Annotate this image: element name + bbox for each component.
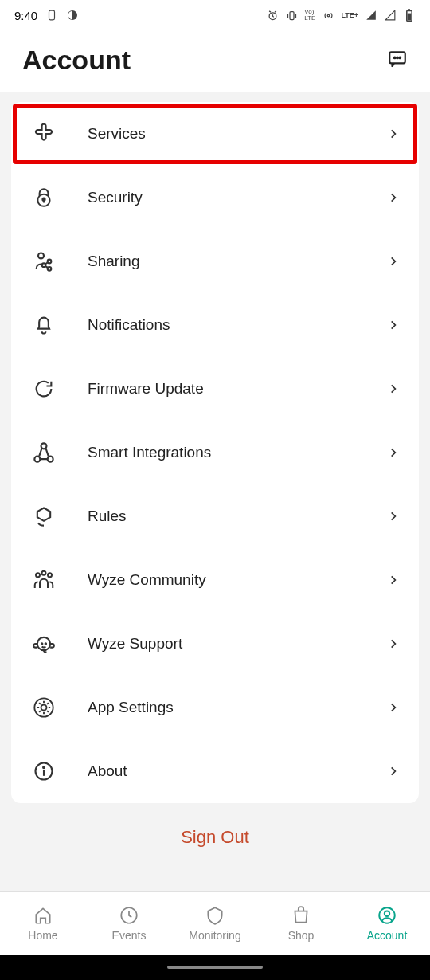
row-support[interactable]: Wyze Support xyxy=(11,612,419,676)
chevron-right-icon xyxy=(385,253,401,269)
settings-card: Services Security Sharing Notifications xyxy=(11,102,419,803)
svg-point-4 xyxy=(327,14,330,17)
tab-label: Home xyxy=(28,929,57,942)
app-icon-1 xyxy=(45,9,58,22)
svg-point-18 xyxy=(34,457,40,462)
gear-icon xyxy=(29,692,59,723)
tab-account[interactable]: Account xyxy=(344,892,430,955)
svg-point-9 xyxy=(397,57,398,58)
lock-icon xyxy=(29,182,59,213)
status-bar: 9:40 Vo)LTE LTE+ xyxy=(0,0,430,30)
chevron-right-icon xyxy=(385,190,401,206)
svg-point-8 xyxy=(394,57,396,58)
lte-label: LTE+ xyxy=(341,11,358,19)
row-security[interactable]: Security xyxy=(11,166,419,229)
chevron-right-icon xyxy=(385,636,401,652)
row-notifications[interactable]: Notifications xyxy=(11,293,419,357)
svg-point-20 xyxy=(42,571,46,575)
integrations-icon xyxy=(29,437,59,468)
status-right: Vo)LTE LTE+ xyxy=(266,9,416,22)
bell-icon xyxy=(29,310,59,340)
status-left: 9:40 xyxy=(14,9,79,22)
row-integrations[interactable]: Smart Integrations xyxy=(11,421,419,484)
battery-icon xyxy=(403,9,416,22)
community-icon xyxy=(29,565,59,595)
vibrate-icon xyxy=(285,9,298,22)
info-icon xyxy=(29,756,59,786)
messages-button[interactable] xyxy=(387,49,408,73)
status-time: 9:40 xyxy=(14,9,37,22)
support-icon xyxy=(29,629,59,659)
row-community[interactable]: Wyze Community xyxy=(11,548,419,612)
row-label: Services xyxy=(88,125,385,143)
row-label: Rules xyxy=(88,508,385,525)
row-label: Security xyxy=(88,189,385,206)
chevron-right-icon xyxy=(385,126,401,142)
chevron-right-icon xyxy=(385,445,401,461)
content-area: Services Security Sharing Notifications xyxy=(0,92,430,891)
chevron-right-icon xyxy=(385,508,401,524)
home-indicator-bar[interactable] xyxy=(167,966,263,969)
nav-indicator xyxy=(0,955,430,980)
svg-point-10 xyxy=(399,57,401,58)
tab-monitoring[interactable]: Monitoring xyxy=(172,892,258,955)
row-sharing[interactable]: Sharing xyxy=(11,229,419,293)
row-app-settings[interactable]: App Settings xyxy=(11,676,419,739)
row-services[interactable]: Services xyxy=(11,102,419,166)
signal-icon-2 xyxy=(384,9,397,22)
page-title: Account xyxy=(22,45,131,76)
chevron-right-icon xyxy=(385,317,401,333)
chevron-right-icon xyxy=(385,381,401,397)
alarm-icon xyxy=(266,9,279,22)
row-about[interactable]: About xyxy=(11,739,419,803)
svg-point-25 xyxy=(45,643,46,644)
rules-icon xyxy=(29,501,59,531)
svg-rect-6 xyxy=(408,14,410,19)
svg-point-13 xyxy=(38,253,44,259)
svg-point-19 xyxy=(48,457,53,462)
chevron-right-icon xyxy=(385,700,401,715)
row-firmware[interactable]: Firmware Update xyxy=(11,357,419,421)
volte-icon: Vo)LTE xyxy=(304,9,315,22)
row-label: Smart Integrations xyxy=(88,444,385,461)
svg-point-29 xyxy=(43,766,45,768)
signal-icon-1 xyxy=(365,9,377,22)
hotspot-icon xyxy=(322,9,334,22)
tab-label: Shop xyxy=(288,929,315,942)
sharing-icon xyxy=(29,246,59,276)
svg-point-21 xyxy=(36,573,40,577)
chevron-right-icon xyxy=(385,763,401,779)
svg-point-23 xyxy=(37,637,50,650)
tab-label: Events xyxy=(112,929,147,942)
row-label: Wyze Support xyxy=(88,635,385,653)
page-header: Account xyxy=(0,30,430,92)
tab-label: Monitoring xyxy=(189,929,240,942)
tab-shop[interactable]: Shop xyxy=(258,892,344,955)
row-rules[interactable]: Rules xyxy=(11,484,419,548)
tab-home[interactable]: Home xyxy=(0,892,86,955)
svg-point-22 xyxy=(48,573,52,577)
row-label: Wyze Community xyxy=(88,571,385,589)
row-label: Firmware Update xyxy=(88,380,385,398)
svg-point-24 xyxy=(41,643,42,644)
row-label: Notifications xyxy=(88,316,385,334)
plus-icon xyxy=(29,119,59,149)
chevron-right-icon xyxy=(385,572,401,588)
update-icon xyxy=(29,374,59,404)
svg-point-32 xyxy=(385,911,390,916)
row-label: Sharing xyxy=(88,253,385,270)
svg-rect-3 xyxy=(290,11,294,19)
row-label: App Settings xyxy=(88,699,385,716)
tab-events[interactable]: Events xyxy=(86,892,172,955)
app-icon-2 xyxy=(66,9,79,22)
tab-label: Account xyxy=(367,929,408,942)
row-label: About xyxy=(88,762,385,780)
sign-out-button[interactable]: Sign Out xyxy=(11,803,419,876)
tab-bar: Home Events Monitoring Shop Account xyxy=(0,891,430,955)
svg-point-27 xyxy=(41,705,47,711)
